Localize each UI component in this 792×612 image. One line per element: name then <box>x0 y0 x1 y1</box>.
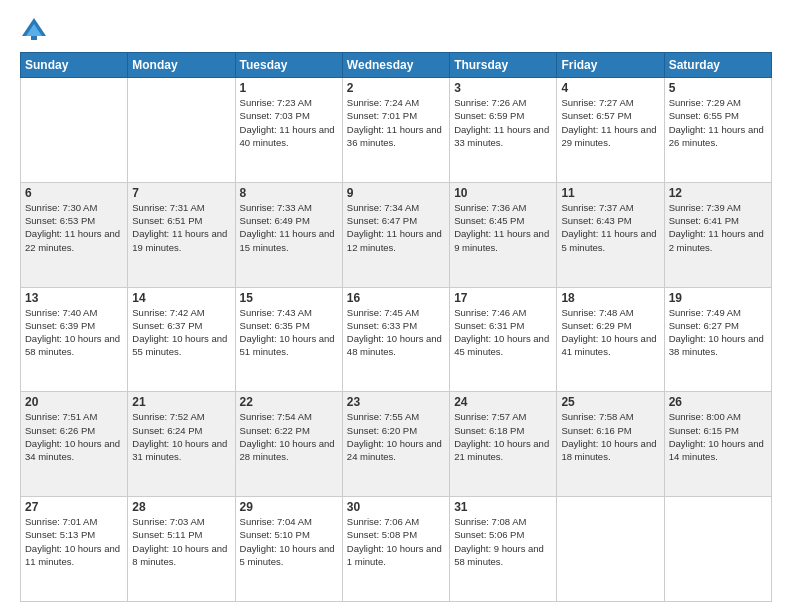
day-info: Sunrise: 7:30 AMSunset: 6:53 PMDaylight:… <box>25 201 123 254</box>
weekday-header-saturday: Saturday <box>664 53 771 78</box>
day-info: Sunrise: 7:29 AMSunset: 6:55 PMDaylight:… <box>669 96 767 149</box>
calendar-cell: 28Sunrise: 7:03 AMSunset: 5:11 PMDayligh… <box>128 497 235 602</box>
day-number: 27 <box>25 500 123 514</box>
day-number: 1 <box>240 81 338 95</box>
week-row-1: 1Sunrise: 7:23 AMSunset: 7:03 PMDaylight… <box>21 78 772 183</box>
day-number: 31 <box>454 500 552 514</box>
day-info: Sunrise: 7:03 AMSunset: 5:11 PMDaylight:… <box>132 515 230 568</box>
calendar-cell: 13Sunrise: 7:40 AMSunset: 6:39 PMDayligh… <box>21 287 128 392</box>
day-info: Sunrise: 7:48 AMSunset: 6:29 PMDaylight:… <box>561 306 659 359</box>
day-info: Sunrise: 7:26 AMSunset: 6:59 PMDaylight:… <box>454 96 552 149</box>
day-info: Sunrise: 7:43 AMSunset: 6:35 PMDaylight:… <box>240 306 338 359</box>
day-number: 17 <box>454 291 552 305</box>
calendar-cell: 2Sunrise: 7:24 AMSunset: 7:01 PMDaylight… <box>342 78 449 183</box>
day-info: Sunrise: 7:54 AMSunset: 6:22 PMDaylight:… <box>240 410 338 463</box>
week-row-5: 27Sunrise: 7:01 AMSunset: 5:13 PMDayligh… <box>21 497 772 602</box>
calendar-cell: 31Sunrise: 7:08 AMSunset: 5:06 PMDayligh… <box>450 497 557 602</box>
svg-rect-2 <box>31 36 37 40</box>
day-info: Sunrise: 7:51 AMSunset: 6:26 PMDaylight:… <box>25 410 123 463</box>
calendar-cell: 11Sunrise: 7:37 AMSunset: 6:43 PMDayligh… <box>557 182 664 287</box>
day-info: Sunrise: 7:58 AMSunset: 6:16 PMDaylight:… <box>561 410 659 463</box>
day-info: Sunrise: 7:45 AMSunset: 6:33 PMDaylight:… <box>347 306 445 359</box>
day-info: Sunrise: 7:31 AMSunset: 6:51 PMDaylight:… <box>132 201 230 254</box>
weekday-header-friday: Friday <box>557 53 664 78</box>
calendar-cell: 4Sunrise: 7:27 AMSunset: 6:57 PMDaylight… <box>557 78 664 183</box>
calendar-cell: 9Sunrise: 7:34 AMSunset: 6:47 PMDaylight… <box>342 182 449 287</box>
calendar-cell <box>128 78 235 183</box>
header <box>20 16 772 44</box>
calendar-cell: 1Sunrise: 7:23 AMSunset: 7:03 PMDaylight… <box>235 78 342 183</box>
day-number: 21 <box>132 395 230 409</box>
day-number: 22 <box>240 395 338 409</box>
day-number: 25 <box>561 395 659 409</box>
day-number: 15 <box>240 291 338 305</box>
weekday-header-sunday: Sunday <box>21 53 128 78</box>
day-info: Sunrise: 7:36 AMSunset: 6:45 PMDaylight:… <box>454 201 552 254</box>
logo <box>20 16 52 44</box>
day-info: Sunrise: 7:33 AMSunset: 6:49 PMDaylight:… <box>240 201 338 254</box>
calendar-cell <box>21 78 128 183</box>
day-number: 14 <box>132 291 230 305</box>
day-info: Sunrise: 7:06 AMSunset: 5:08 PMDaylight:… <box>347 515 445 568</box>
day-info: Sunrise: 7:42 AMSunset: 6:37 PMDaylight:… <box>132 306 230 359</box>
weekday-header-tuesday: Tuesday <box>235 53 342 78</box>
calendar-cell: 29Sunrise: 7:04 AMSunset: 5:10 PMDayligh… <box>235 497 342 602</box>
day-info: Sunrise: 7:23 AMSunset: 7:03 PMDaylight:… <box>240 96 338 149</box>
weekday-header-wednesday: Wednesday <box>342 53 449 78</box>
calendar-cell: 23Sunrise: 7:55 AMSunset: 6:20 PMDayligh… <box>342 392 449 497</box>
day-info: Sunrise: 7:34 AMSunset: 6:47 PMDaylight:… <box>347 201 445 254</box>
logo-icon <box>20 16 48 44</box>
calendar-table: SundayMondayTuesdayWednesdayThursdayFrid… <box>20 52 772 602</box>
day-info: Sunrise: 8:00 AMSunset: 6:15 PMDaylight:… <box>669 410 767 463</box>
week-row-3: 13Sunrise: 7:40 AMSunset: 6:39 PMDayligh… <box>21 287 772 392</box>
week-row-2: 6Sunrise: 7:30 AMSunset: 6:53 PMDaylight… <box>21 182 772 287</box>
day-info: Sunrise: 7:49 AMSunset: 6:27 PMDaylight:… <box>669 306 767 359</box>
day-number: 11 <box>561 186 659 200</box>
weekday-header-monday: Monday <box>128 53 235 78</box>
day-info: Sunrise: 7:04 AMSunset: 5:10 PMDaylight:… <box>240 515 338 568</box>
day-number: 20 <box>25 395 123 409</box>
calendar-cell: 18Sunrise: 7:48 AMSunset: 6:29 PMDayligh… <box>557 287 664 392</box>
week-row-4: 20Sunrise: 7:51 AMSunset: 6:26 PMDayligh… <box>21 392 772 497</box>
day-number: 5 <box>669 81 767 95</box>
day-info: Sunrise: 7:55 AMSunset: 6:20 PMDaylight:… <box>347 410 445 463</box>
day-info: Sunrise: 7:37 AMSunset: 6:43 PMDaylight:… <box>561 201 659 254</box>
calendar-page: SundayMondayTuesdayWednesdayThursdayFrid… <box>0 0 792 612</box>
day-info: Sunrise: 7:08 AMSunset: 5:06 PMDaylight:… <box>454 515 552 568</box>
calendar-cell: 16Sunrise: 7:45 AMSunset: 6:33 PMDayligh… <box>342 287 449 392</box>
calendar-cell: 20Sunrise: 7:51 AMSunset: 6:26 PMDayligh… <box>21 392 128 497</box>
calendar-cell: 3Sunrise: 7:26 AMSunset: 6:59 PMDaylight… <box>450 78 557 183</box>
calendar-cell: 7Sunrise: 7:31 AMSunset: 6:51 PMDaylight… <box>128 182 235 287</box>
calendar-cell: 24Sunrise: 7:57 AMSunset: 6:18 PMDayligh… <box>450 392 557 497</box>
calendar-cell: 5Sunrise: 7:29 AMSunset: 6:55 PMDaylight… <box>664 78 771 183</box>
calendar-cell: 17Sunrise: 7:46 AMSunset: 6:31 PMDayligh… <box>450 287 557 392</box>
day-number: 18 <box>561 291 659 305</box>
day-info: Sunrise: 7:52 AMSunset: 6:24 PMDaylight:… <box>132 410 230 463</box>
day-info: Sunrise: 7:57 AMSunset: 6:18 PMDaylight:… <box>454 410 552 463</box>
calendar-cell: 27Sunrise: 7:01 AMSunset: 5:13 PMDayligh… <box>21 497 128 602</box>
calendar-cell: 15Sunrise: 7:43 AMSunset: 6:35 PMDayligh… <box>235 287 342 392</box>
day-number: 19 <box>669 291 767 305</box>
day-info: Sunrise: 7:24 AMSunset: 7:01 PMDaylight:… <box>347 96 445 149</box>
calendar-cell: 26Sunrise: 8:00 AMSunset: 6:15 PMDayligh… <box>664 392 771 497</box>
calendar-cell: 12Sunrise: 7:39 AMSunset: 6:41 PMDayligh… <box>664 182 771 287</box>
day-number: 28 <box>132 500 230 514</box>
day-number: 24 <box>454 395 552 409</box>
calendar-cell: 30Sunrise: 7:06 AMSunset: 5:08 PMDayligh… <box>342 497 449 602</box>
calendar-cell: 19Sunrise: 7:49 AMSunset: 6:27 PMDayligh… <box>664 287 771 392</box>
day-number: 16 <box>347 291 445 305</box>
weekday-header-row: SundayMondayTuesdayWednesdayThursdayFrid… <box>21 53 772 78</box>
day-number: 3 <box>454 81 552 95</box>
day-info: Sunrise: 7:46 AMSunset: 6:31 PMDaylight:… <box>454 306 552 359</box>
day-number: 23 <box>347 395 445 409</box>
calendar-cell: 10Sunrise: 7:36 AMSunset: 6:45 PMDayligh… <box>450 182 557 287</box>
day-info: Sunrise: 7:27 AMSunset: 6:57 PMDaylight:… <box>561 96 659 149</box>
calendar-cell: 21Sunrise: 7:52 AMSunset: 6:24 PMDayligh… <box>128 392 235 497</box>
day-number: 8 <box>240 186 338 200</box>
day-number: 4 <box>561 81 659 95</box>
calendar-cell: 14Sunrise: 7:42 AMSunset: 6:37 PMDayligh… <box>128 287 235 392</box>
day-info: Sunrise: 7:01 AMSunset: 5:13 PMDaylight:… <box>25 515 123 568</box>
day-number: 29 <box>240 500 338 514</box>
day-number: 6 <box>25 186 123 200</box>
calendar-cell: 22Sunrise: 7:54 AMSunset: 6:22 PMDayligh… <box>235 392 342 497</box>
